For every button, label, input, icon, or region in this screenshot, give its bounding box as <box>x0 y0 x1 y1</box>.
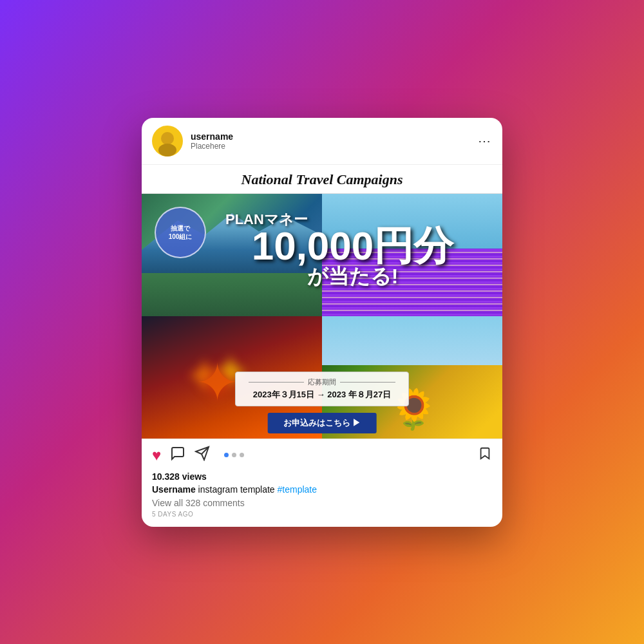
view-comments-link[interactable]: View all 328 comments <box>152 498 492 508</box>
avatar[interactable] <box>152 126 183 156</box>
dot-2 <box>232 453 236 457</box>
like-button[interactable]: ♥ <box>152 446 161 464</box>
image-cell-sunflowers <box>322 316 502 439</box>
post-image-area: National Travel Campaigns 抽選で 100組に PLAN… <box>142 164 502 439</box>
header-info: username Placehere <box>191 131 470 151</box>
caption-username[interactable]: Username <box>152 484 196 495</box>
username-display[interactable]: username <box>191 131 470 142</box>
svg-point-1 <box>161 132 174 145</box>
views-count: 10.328 views <box>152 471 492 482</box>
dot-3 <box>240 453 244 457</box>
comment-button[interactable] <box>170 446 185 465</box>
place-display: Placehere <box>191 142 470 151</box>
svg-point-2 <box>158 144 176 156</box>
image-cell-mountains <box>142 194 322 316</box>
post-info: 10.328 views Username instagram template… <box>142 471 502 527</box>
hashtag[interactable]: #template <box>278 484 317 495</box>
carousel-dots <box>224 453 244 457</box>
instagram-card: username Placehere ⋯ National Travel Cam… <box>142 118 502 527</box>
dot-1 <box>224 453 229 457</box>
post-header: username Placehere ⋯ <box>142 118 502 164</box>
more-options-button[interactable]: ⋯ <box>478 133 492 149</box>
post-title-bar: National Travel Campaigns <box>142 165 502 194</box>
action-icons-left: ♥ <box>152 446 210 465</box>
action-bar: ♥ <box>142 439 502 471</box>
caption-text: instagram template <box>196 484 278 495</box>
post-timestamp: 5 DAYS AGO <box>152 511 492 518</box>
post-title: National Travel Campaigns <box>242 171 403 187</box>
image-cell-lavender <box>322 194 502 316</box>
bookmark-button[interactable] <box>478 446 492 464</box>
caption-line: Username instagram template #template <box>152 484 492 495</box>
share-button[interactable] <box>194 446 210 465</box>
image-cell-fireworks <box>142 316 322 439</box>
image-grid: 抽選で 100組に PLANマネー 10,000円分 が当たる! 応募期間 20… <box>142 194 502 439</box>
